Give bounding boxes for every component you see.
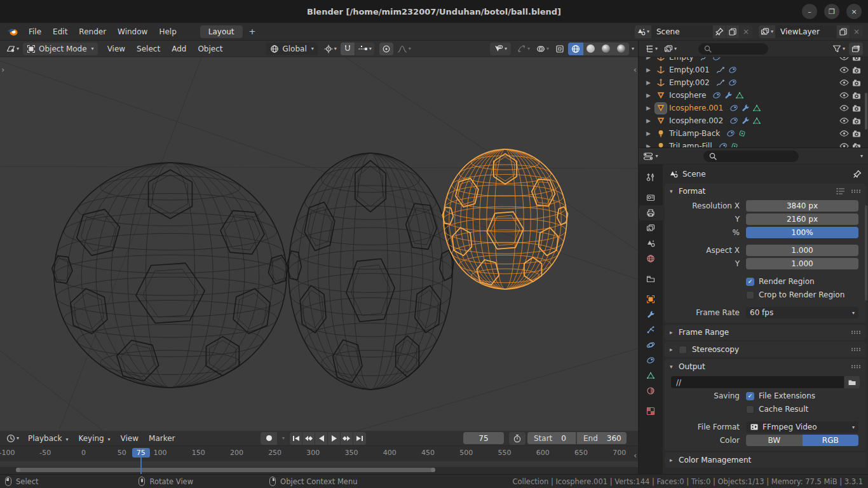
playhead[interactable] (140, 458, 142, 474)
properties-tab-scene[interactable] (639, 236, 663, 251)
keying-options-dropdown[interactable]: ▾ (278, 432, 288, 445)
outliner-item-trilamp-back[interactable]: ▶TriLamp-Back (639, 127, 868, 140)
editor-type-3dview[interactable]: ▾ (4, 43, 22, 55)
hide-eye-icon[interactable] (837, 79, 850, 86)
transform-orientation[interactable]: Global▾ (266, 43, 317, 55)
add-workspace-button[interactable]: + (249, 27, 256, 36)
viewlayer-name-field[interactable]: ViewLayer (775, 25, 836, 38)
constraint-badge-icon[interactable] (712, 57, 721, 62)
properties-tab-render[interactable] (639, 190, 663, 205)
shading-material-button[interactable] (599, 43, 614, 55)
snap-target-selector[interactable]: ▾ (355, 43, 374, 55)
unlink-scene-button[interactable]: × (740, 25, 752, 38)
properties-tab-modifiers[interactable] (639, 307, 663, 322)
timeline-menu-view[interactable]: View (116, 434, 144, 443)
next-keyframe-button[interactable] (341, 432, 353, 445)
viewport-canvas[interactable]: › ‹ (0, 57, 638, 431)
properties-tab-texture[interactable] (639, 403, 663, 419)
shading-rendered-button[interactable] (614, 43, 629, 55)
expand-arrow-icon[interactable]: ▶ (646, 67, 655, 73)
toolbar-expand-arrow[interactable]: › (1, 65, 4, 74)
properties-tab-data[interactable] (639, 368, 663, 383)
overlays-selector[interactable]: ▾ (534, 43, 552, 55)
start-frame-field[interactable]: Start0 (527, 432, 577, 444)
menu-help[interactable]: Help (153, 26, 182, 37)
properties-scrollbar[interactable] (865, 205, 867, 301)
frame-range-panel-header[interactable]: ▸Frame Range (665, 325, 866, 340)
shading-solid-button[interactable] (583, 43, 599, 55)
expand-arrow-icon[interactable]: ▶ (646, 57, 655, 60)
xray-toggle[interactable] (553, 43, 567, 55)
viewport-menu-select[interactable]: Select (131, 44, 166, 53)
hide-eye-icon[interactable] (837, 130, 850, 137)
object-name[interactable]: Icosphere (669, 91, 706, 100)
file-format-dropdown[interactable]: FFmpeg Video▾ (746, 421, 858, 433)
object-name[interactable]: Empty.001 (669, 65, 710, 74)
jump-to-end-button[interactable] (353, 432, 366, 445)
mesh-object-icon[interactable] (655, 103, 667, 114)
properties-options-dropdown[interactable]: ▾ (860, 153, 863, 159)
disable-render-camera-icon[interactable] (850, 104, 863, 112)
viewport-menu-object[interactable]: Object (192, 44, 228, 53)
properties-tab-output[interactable] (639, 205, 663, 220)
stereoscopy-panel-header[interactable]: ▸Stereoscopy (665, 342, 866, 357)
resolution-x-field[interactable]: 3840 px (746, 200, 858, 212)
browse-output-path-button[interactable] (844, 376, 860, 388)
wrench-badge-icon[interactable] (741, 116, 750, 125)
aspect-y-field[interactable]: 1.000 (746, 258, 858, 269)
expand-arrow-icon[interactable]: ▶ (646, 143, 655, 147)
proportional-editing-toggle[interactable] (379, 43, 393, 55)
expand-arrow-icon[interactable]: ▶ (646, 92, 655, 98)
timeline-menu-keying[interactable]: Keying ▾ (73, 434, 115, 443)
new-collection-button[interactable] (849, 43, 863, 55)
pivot-point-selector[interactable]: ▾ (322, 43, 339, 55)
proportional-falloff-selector[interactable]: ▾ (395, 43, 414, 55)
meshdata-badge-icon[interactable] (735, 91, 744, 100)
color-bw-button[interactable]: BW (746, 435, 803, 446)
editor-type-timeline[interactable]: ▾ (4, 432, 22, 445)
breadcrumb-label[interactable]: Scene (682, 170, 706, 179)
shading-wireframe-button[interactable] (568, 43, 583, 55)
constraint-badge-icon[interactable] (728, 65, 737, 74)
object-name[interactable]: Empty (669, 57, 694, 62)
render-region-checkbox[interactable]: ✓ (746, 278, 754, 286)
output-path-field[interactable]: // (671, 376, 844, 388)
constraint-badge-icon[interactable] (729, 104, 738, 112)
outliner-item-empty-002[interactable]: ▶Empty.002 (639, 76, 868, 89)
light-object-icon[interactable] (655, 129, 667, 138)
properties-tab-world[interactable] (639, 251, 663, 266)
menu-window[interactable]: Window (112, 26, 153, 37)
outliner-item-empty-001[interactable]: ▶Empty.001 (639, 64, 868, 76)
outliner-item-empty[interactable]: ▶Empty (639, 57, 868, 64)
wireframe-ball-icosphere-002[interactable] (287, 153, 454, 390)
mode-selector[interactable]: Object Mode▾ (23, 43, 98, 55)
properties-tab-tool[interactable] (639, 170, 663, 185)
constraint-badge-icon[interactable] (729, 116, 738, 125)
menu-render[interactable]: Render (73, 26, 112, 37)
constraint-badge-icon[interactable] (719, 142, 728, 147)
timeline-hscrollbar[interactable] (16, 468, 435, 472)
empty-object-icon[interactable] (655, 57, 667, 62)
pin-icon[interactable] (853, 170, 862, 179)
use-preview-range-button[interactable] (509, 432, 526, 445)
properties-tab-physics[interactable] (639, 337, 663, 353)
close-button[interactable]: × (846, 4, 862, 19)
viewport-menu-add[interactable]: Add (166, 44, 192, 53)
empty-object-icon[interactable] (655, 65, 667, 74)
editor-type-properties[interactable]: ▾ (639, 148, 663, 165)
disable-render-camera-icon[interactable] (850, 92, 863, 100)
play-reverse-button[interactable] (315, 432, 328, 445)
properties-tab-material[interactable] (639, 383, 663, 398)
mesh-object-icon[interactable] (655, 91, 667, 100)
resolution-y-field[interactable]: 2160 px (746, 214, 858, 225)
lightdata-badge-icon[interactable] (738, 129, 747, 138)
timeline-track[interactable] (0, 461, 638, 474)
light-object-icon[interactable] (655, 142, 667, 147)
object-visibility-selector[interactable]: ▾ (490, 43, 511, 55)
hide-eye-icon[interactable] (837, 142, 850, 147)
prev-keyframe-button[interactable] (302, 432, 315, 445)
output-panel-header[interactable]: ▾Output (665, 359, 866, 374)
disable-render-camera-icon[interactable] (850, 79, 863, 87)
workspace-tab-layout[interactable]: Layout (200, 25, 243, 38)
disable-render-camera-icon[interactable] (850, 66, 863, 74)
